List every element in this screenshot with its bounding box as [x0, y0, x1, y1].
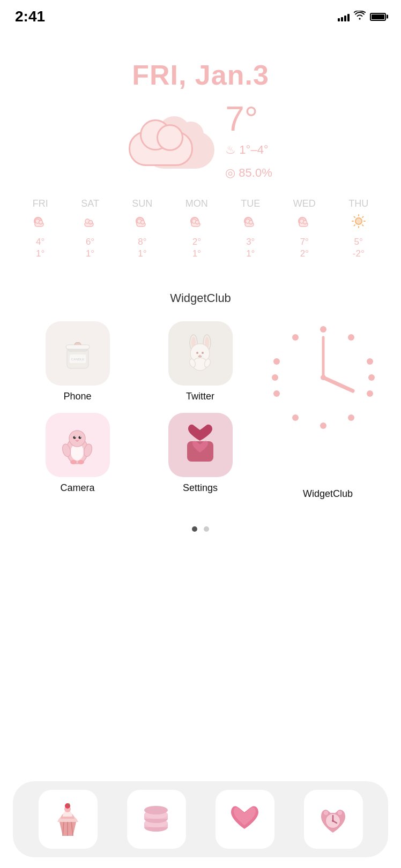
twitter-app-label: Twitter: [186, 391, 214, 402]
svg-point-64: [273, 358, 280, 365]
svg-point-74: [75, 436, 76, 437]
svg-point-59: [348, 414, 354, 421]
cupcake-icon: [48, 799, 88, 840]
svg-point-60: [320, 422, 326, 429]
svg-point-78: [70, 460, 77, 464]
forecast-thu: THU 5° -2°: [348, 198, 368, 259]
svg-point-12: [141, 221, 145, 224]
svg-point-7: [89, 221, 93, 224]
forecast-sun-icon: [135, 214, 150, 232]
clock-svg: [267, 321, 380, 434]
svg-point-63: [272, 374, 278, 381]
forecast-sat: SAT 6° 1°: [81, 198, 99, 259]
svg-rect-40: [66, 345, 90, 349]
svg-point-57: [368, 374, 375, 381]
forecast-tue: TUE 3° 1°: [241, 198, 260, 259]
svg-line-35: [362, 225, 363, 226]
svg-line-37: [354, 225, 355, 226]
svg-point-79: [78, 460, 84, 464]
weather-temp-range: ♨ 1°–4°: [225, 140, 272, 159]
page-indicators: [0, 526, 401, 532]
weather-cloud-icon: [129, 115, 214, 169]
signal-icon: [338, 12, 350, 21]
candy-icon: [136, 799, 176, 840]
dock-item-candy[interactable]: [127, 790, 186, 849]
weather-info: 7° ♨ 1°–4° ◎ 85.0%: [225, 102, 272, 182]
status-icons: [338, 11, 386, 22]
svg-point-62: [273, 390, 280, 397]
dock-item-macaron[interactable]: [216, 790, 274, 849]
weather-humidity: ◎ 85.0%: [225, 163, 272, 182]
svg-point-75: [80, 436, 81, 437]
svg-point-50: [202, 352, 204, 354]
weather-widget: 7° ♨ 1°–4° ◎ 85.0%: [0, 102, 401, 182]
svg-point-49: [196, 352, 198, 354]
forecast-wed: WED 7° 2°: [293, 198, 316, 259]
svg-point-97: [332, 820, 334, 822]
forecast-mon: MON 2° 1°: [185, 198, 208, 259]
phone-app-icon[interactable]: CANDLE: [46, 321, 110, 386]
battery-icon: [370, 13, 386, 21]
wifi-icon: [354, 11, 366, 22]
status-bar: 2:41: [0, 0, 401, 27]
svg-point-56: [367, 358, 373, 365]
forecast-fri-icon: [33, 214, 48, 232]
svg-point-4: [39, 221, 43, 224]
svg-text:CANDLE: CANDLE: [71, 358, 84, 361]
date-text: FRI, Jan.3: [0, 59, 401, 91]
forecast-sat-icon: [83, 214, 98, 232]
forecast-row: FRI 4° 1° SAT 6° 1°: [0, 187, 401, 259]
settings-app-icon[interactable]: [168, 413, 233, 477]
camera-app-icon[interactable]: [46, 413, 110, 477]
camera-app-label: Camera: [60, 482, 94, 494]
svg-point-68: [321, 375, 326, 380]
svg-point-58: [367, 390, 373, 397]
app-item-settings[interactable]: Settings: [144, 413, 256, 494]
widgetclub-app-label: WidgetClub: [303, 488, 353, 500]
settings-app-label: Settings: [183, 482, 218, 494]
app-item-phone[interactable]: CANDLE Phone: [21, 321, 133, 402]
app-item-twitter[interactable]: Twitter: [144, 321, 256, 402]
phone-app-label: Phone: [63, 391, 91, 402]
svg-point-61: [292, 414, 299, 421]
forecast-tue-icon: [243, 214, 258, 232]
alarm-clock-icon: [313, 799, 353, 840]
macaron-icon: [225, 799, 265, 840]
forecast-mon-icon: [189, 214, 204, 232]
clock-widget: [267, 321, 380, 434]
forecast-thu-icon: [351, 214, 366, 232]
date-widget: FRI, Jan.3: [0, 59, 401, 91]
forecast-wed-icon: [297, 214, 312, 232]
clock-face: [267, 321, 380, 434]
svg-point-65: [292, 334, 299, 341]
svg-point-54: [320, 326, 326, 333]
svg-point-98: [323, 810, 329, 816]
page-dot-1: [192, 526, 197, 532]
forecast-fri: FRI 4° 1°: [33, 198, 48, 259]
svg-point-73: [79, 436, 81, 439]
svg-point-99: [337, 810, 343, 816]
svg-line-67: [323, 378, 353, 391]
svg-point-72: [73, 436, 76, 439]
svg-point-55: [348, 334, 354, 341]
weather-temperature: 7°: [225, 102, 272, 136]
widget-club-section-label: WidgetClub: [0, 291, 401, 305]
svg-line-34: [354, 217, 355, 218]
app-item-camera[interactable]: Camera: [21, 413, 133, 494]
dock: [13, 781, 388, 857]
svg-point-17: [195, 221, 199, 224]
dock-item-clock[interactable]: [304, 790, 363, 849]
svg-line-36: [362, 217, 363, 218]
svg-point-27: [303, 221, 307, 224]
svg-point-51: [199, 354, 201, 356]
svg-point-22: [249, 221, 253, 224]
svg-point-71: [69, 431, 85, 447]
svg-point-93: [144, 806, 168, 814]
status-time: 2:41: [15, 8, 45, 25]
app-grid: CANDLE Phone: [0, 321, 401, 500]
twitter-app-icon[interactable]: [168, 321, 233, 386]
forecast-sun: SUN 8° 1°: [132, 198, 152, 259]
dock-item-cupcake[interactable]: [39, 790, 98, 849]
page-dot-2: [204, 526, 209, 532]
